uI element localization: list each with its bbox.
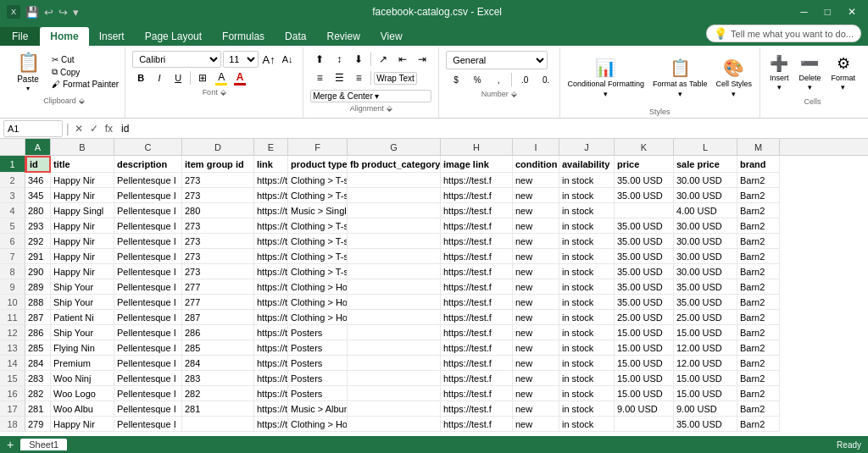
border-btn[interactable]: ⊞ bbox=[194, 69, 211, 86]
list-item[interactable]: new bbox=[513, 417, 559, 432]
align-bottom-btn[interactable]: ⬇ bbox=[349, 51, 368, 68]
sheet-tab-1[interactable]: Sheet1 bbox=[20, 439, 67, 450]
list-item[interactable]: Barn2 bbox=[737, 401, 780, 417]
format-arrow[interactable]: ▾ bbox=[841, 83, 845, 91]
list-item[interactable]: Happy Nir bbox=[51, 173, 114, 188]
list-item[interactable]: Clothing > T-shirts bbox=[288, 264, 348, 279]
list-item[interactable]: https://test. bbox=[254, 386, 288, 401]
font-size-increase-btn[interactable]: A↑ bbox=[260, 51, 277, 68]
list-item[interactable]: Premium bbox=[51, 356, 114, 371]
list-item[interactable]: in stock bbox=[559, 340, 615, 356]
list-item[interactable]: https://test. bbox=[254, 356, 288, 371]
cell-h1[interactable]: image link bbox=[441, 156, 513, 173]
cut-button[interactable]: ✂ Cut bbox=[49, 54, 121, 65]
cell-a1[interactable]: id bbox=[25, 156, 51, 173]
list-item[interactable]: Pellentesque I bbox=[114, 417, 182, 432]
list-item[interactable]: 273 bbox=[182, 249, 254, 264]
number-format-select[interactable]: General bbox=[446, 51, 548, 69]
font-name-select[interactable]: Calibri bbox=[132, 51, 221, 68]
list-item[interactable]: Happy Nir bbox=[51, 234, 114, 249]
list-item[interactable]: new bbox=[513, 371, 559, 386]
tab-view[interactable]: View bbox=[370, 27, 413, 46]
col-header-m[interactable]: M bbox=[737, 139, 780, 155]
list-item[interactable]: new bbox=[513, 310, 559, 325]
list-item[interactable] bbox=[348, 264, 441, 279]
save-icon[interactable]: 💾 bbox=[25, 6, 39, 19]
list-item[interactable]: Posters bbox=[288, 325, 348, 340]
row-num-4[interactable]: 4 bbox=[0, 203, 25, 218]
list-item[interactable]: Barn2 bbox=[737, 203, 780, 218]
col-header-f[interactable]: F bbox=[288, 139, 348, 155]
add-sheet-btn[interactable]: + bbox=[7, 438, 14, 451]
clipboard-launcher[interactable]: ⬙ bbox=[79, 97, 85, 105]
font-color-btn[interactable]: A bbox=[231, 69, 248, 86]
delete-cell-btn[interactable]: ➖ Delete ▾ bbox=[794, 49, 825, 96]
copy-button[interactable]: ⧉ Copy bbox=[49, 66, 121, 78]
list-item[interactable]: Music > Singles bbox=[288, 203, 348, 218]
list-item[interactable]: 35.00 USD bbox=[615, 188, 674, 203]
list-item[interactable]: https://test.f bbox=[441, 325, 513, 340]
list-item[interactable]: new bbox=[513, 264, 559, 279]
list-item[interactable]: 9.00 USD bbox=[674, 401, 737, 417]
align-left-btn[interactable]: ≡ bbox=[310, 69, 329, 86]
list-item[interactable]: Patient Ni bbox=[51, 310, 114, 325]
list-item[interactable]: Barn2 bbox=[737, 264, 780, 279]
list-item[interactable]: Happy Nir bbox=[51, 417, 114, 432]
close-btn[interactable]: ✕ bbox=[843, 4, 861, 19]
wrap-text-btn[interactable]: Wrap Text bbox=[374, 72, 417, 85]
list-item[interactable]: 284 bbox=[182, 356, 254, 371]
list-item[interactable]: https://test.f bbox=[441, 264, 513, 279]
tell-me-box[interactable]: 💡 Tell me what you want to do... bbox=[706, 25, 861, 42]
list-item[interactable]: 35.00 USD bbox=[615, 264, 674, 279]
cell-j1[interactable]: availability bbox=[559, 156, 615, 173]
list-item[interactable]: Flying Nin bbox=[51, 340, 114, 356]
list-item[interactable]: 35.00 USD bbox=[615, 218, 674, 234]
maximize-btn[interactable]: □ bbox=[820, 4, 836, 19]
cell-styles-btn[interactable]: 🎨 Cell Styles ▾ bbox=[713, 54, 754, 101]
list-item[interactable]: in stock bbox=[559, 173, 615, 188]
list-item[interactable]: Pellentesque I bbox=[114, 325, 182, 340]
list-item[interactable]: 25.00 USD bbox=[615, 310, 674, 325]
cell-reference-box[interactable]: A1 bbox=[3, 120, 63, 137]
list-item[interactable]: in stock bbox=[559, 295, 615, 310]
list-item[interactable]: https://test.f bbox=[441, 401, 513, 417]
list-item[interactable] bbox=[348, 249, 441, 264]
align-middle-btn[interactable]: ↕ bbox=[330, 51, 348, 68]
list-item[interactable]: https://test. bbox=[254, 264, 288, 279]
merge-center-btn[interactable]: Merge & Center ▾ bbox=[310, 90, 431, 102]
list-item[interactable]: 277 bbox=[182, 295, 254, 310]
list-item[interactable] bbox=[348, 279, 441, 295]
decimal-decrease-btn[interactable]: 0. bbox=[536, 71, 556, 88]
percent-btn[interactable]: % bbox=[467, 71, 487, 88]
col-header-e[interactable]: E bbox=[254, 139, 288, 155]
list-item[interactable]: https://test. bbox=[254, 279, 288, 295]
list-item[interactable]: https://test. bbox=[254, 310, 288, 325]
list-item[interactable]: 35.00 USD bbox=[674, 279, 737, 295]
list-item[interactable]: in stock bbox=[559, 325, 615, 340]
list-item[interactable]: https://test.f bbox=[441, 310, 513, 325]
list-item[interactable]: Clothing > T-shirts bbox=[288, 218, 348, 234]
list-item[interactable]: https://test. bbox=[254, 203, 288, 218]
font-size-select[interactable]: 11 bbox=[223, 51, 259, 68]
list-item[interactable] bbox=[348, 386, 441, 401]
row-num-5[interactable]: 5 bbox=[0, 218, 25, 234]
formula-input[interactable] bbox=[118, 123, 865, 135]
align-top-btn[interactable]: ⬆ bbox=[310, 51, 329, 68]
list-item[interactable]: new bbox=[513, 401, 559, 417]
text-direction-btn[interactable]: ↗ bbox=[374, 51, 392, 68]
tab-insert[interactable]: Insert bbox=[89, 27, 135, 46]
list-item[interactable]: https://test.f bbox=[441, 234, 513, 249]
cell-b1[interactable]: title bbox=[51, 156, 114, 173]
list-item[interactable]: 15.00 USD bbox=[674, 371, 737, 386]
list-item[interactable]: 35.00 USD bbox=[615, 173, 674, 188]
list-item[interactable]: Pellentesque I bbox=[114, 310, 182, 325]
list-item[interactable]: Barn2 bbox=[737, 340, 780, 356]
list-item[interactable]: https://test. bbox=[254, 249, 288, 264]
list-item[interactable] bbox=[615, 203, 674, 218]
list-item[interactable] bbox=[348, 340, 441, 356]
number-launcher[interactable]: ⬙ bbox=[511, 90, 517, 98]
list-item[interactable]: 35.00 USD bbox=[615, 234, 674, 249]
list-item[interactable]: Posters bbox=[288, 371, 348, 386]
list-item[interactable] bbox=[348, 325, 441, 340]
fill-color-btn[interactable]: A bbox=[213, 69, 230, 86]
